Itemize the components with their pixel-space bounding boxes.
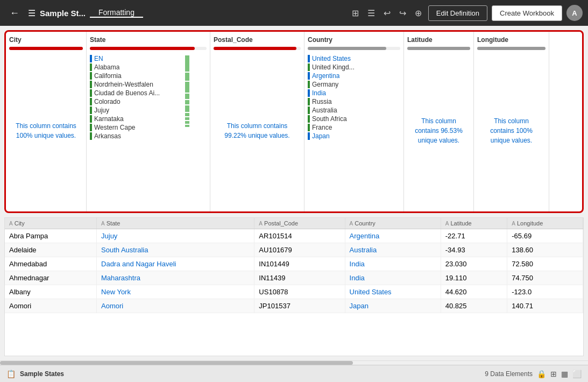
data-table: A City A State A Postal_Code A Country A… (5, 218, 583, 313)
list-item-text: Australia (312, 107, 337, 114)
document-title: Sample St... (40, 9, 86, 18)
list-indicator (308, 89, 310, 97)
list-indicator (90, 63, 92, 71)
table-cell: Aomori (5, 299, 97, 313)
col-latitude-msg: This column contains 96.53% unique value… (407, 105, 470, 156)
col-latitude-header: Latitude (407, 36, 470, 44)
list-item-text: United Kingd... (312, 63, 355, 71)
list-item: Ciudad de Buenos Ai... (90, 89, 181, 97)
svg-rect-1 (185, 73, 189, 81)
table-cell: India (345, 271, 441, 285)
footer: 📋 Sample States 9 Data Elements 🔒 ⊞ ▦ ⬜ (0, 365, 588, 382)
column-preview-panel: City This column contains 100% unique va… (4, 30, 584, 213)
th-postal: A Postal_Code (254, 218, 345, 229)
table-cell: JP101537 (254, 299, 345, 313)
data-table-container: A City A State A Postal_Code A Country A… (4, 217, 584, 356)
table-cell: Japan (345, 299, 441, 313)
col-postal-fill (214, 47, 296, 50)
svg-rect-0 (185, 55, 189, 72)
list-item: Japan (308, 132, 400, 140)
svg-rect-2 (185, 82, 189, 93)
list-indicator (90, 115, 92, 123)
svg-rect-7 (185, 117, 189, 120)
list-item: France (308, 123, 400, 132)
avatar[interactable]: A (566, 5, 583, 21)
list-item: Germany (308, 80, 400, 89)
col-postal-code: Postal_Code This column contains 99.22% … (210, 32, 304, 211)
horizontal-scrollbar[interactable] (0, 360, 588, 365)
footer-sheet-name: Sample States (20, 370, 64, 378)
table-cell: AU101679 (254, 243, 345, 257)
table-cell: 140.71 (507, 299, 583, 313)
tab-formatting[interactable]: Formatting (90, 8, 143, 18)
create-workbook-button[interactable]: Create Workbook (492, 5, 562, 21)
expand-icon[interactable]: ⬜ (572, 370, 582, 378)
list-item-text: EN (94, 55, 103, 62)
table-cell: -65.69 (507, 229, 583, 243)
list-item: South Africa (308, 115, 400, 123)
table-cell: United States (345, 285, 441, 299)
table-cell: 44.620 (441, 285, 507, 299)
col-state-bar (90, 47, 207, 50)
table-body: Abra PampaJujuyAR101514Argentina-22.71-6… (5, 229, 583, 313)
redo-icon[interactable]: ↪ (397, 6, 408, 20)
list-indicator (308, 81, 310, 88)
table-cell: -123.0 (507, 285, 583, 299)
list-indicator (308, 55, 310, 62)
list-item-text: Nordrhein-Westfalen (94, 81, 153, 88)
list-item-text: Alabama (94, 63, 119, 71)
col-postal-bar (214, 47, 301, 50)
list-item: EN (90, 54, 181, 63)
list-item-text: India (312, 89, 326, 97)
grid-view-icon[interactable]: ⊞ (550, 370, 557, 378)
sheet-icon: 📋 (6, 370, 16, 378)
list-item-text: Ciudad de Buenos Ai... (94, 89, 160, 97)
svg-rect-3 (185, 94, 189, 99)
list-item-text: Russia (312, 98, 332, 105)
table-cell: 72.580 (507, 257, 583, 271)
table-cell: New York (97, 285, 254, 299)
list-item: United States (308, 54, 400, 63)
connection-icon[interactable]: ⊕ (413, 6, 424, 20)
col-city-fill (9, 47, 83, 50)
list-icon[interactable]: ☰ (365, 6, 377, 20)
col-country: Country United States United Kingd... Ar… (304, 32, 404, 211)
list-indicator (90, 98, 92, 105)
table-row: AdelaideSouth AustraliaAU101679Australia… (5, 243, 583, 257)
table-cell: India (345, 257, 441, 271)
table-icon[interactable]: ▦ (561, 370, 568, 378)
th-city: A City (5, 218, 97, 229)
list-item-text: Arkansas (94, 132, 121, 140)
document-icon: ☰ (28, 8, 36, 18)
col-longitude: Longitude This column contains 100% uniq… (474, 32, 549, 211)
th-longitude: A Longitude (507, 218, 583, 229)
footer-data-elements: 9 Data Elements (485, 370, 533, 378)
back-button[interactable]: ← (5, 5, 24, 21)
edit-definition-button[interactable]: Edit Definition (428, 5, 487, 21)
col-postal-msg: This column contains 99.22% unique value… (214, 110, 301, 151)
undo-icon[interactable]: ↩ (381, 6, 393, 20)
table-row: AhmednagarMaharashtraIN11439India19.1107… (5, 271, 583, 285)
col-state-inner: EN Alabama California Nordrhein-Westfale… (90, 54, 207, 140)
list-indicator (308, 98, 310, 105)
list-indicator (308, 132, 310, 140)
list-item: India (308, 89, 400, 97)
col-state: State EN Alabama California (87, 32, 210, 211)
main-content: City This column contains 100% unique va… (0, 26, 588, 365)
list-item: Australia (308, 106, 400, 115)
list-item: United Kingd... (308, 63, 400, 72)
table-header: A City A State A Postal_Code A Country A… (5, 218, 583, 229)
grid-icon[interactable]: ⊞ (350, 6, 361, 20)
col-country-list: United States United Kingd... Argentina … (308, 54, 400, 140)
list-indicator (90, 124, 92, 131)
col-longitude-msg: This column contains 100% unique values. (477, 105, 546, 156)
col-postal-header: Postal_Code (214, 36, 301, 44)
col-latitude-bar (407, 47, 470, 50)
table-cell: US10878 (254, 285, 345, 299)
svg-rect-4 (185, 100, 189, 104)
table-cell: 138.60 (507, 243, 583, 257)
col-city-header: City (9, 36, 83, 44)
list-indicator (90, 81, 92, 88)
col-latitude-fill (407, 47, 470, 50)
table-cell: Ahmedabad (5, 257, 97, 271)
